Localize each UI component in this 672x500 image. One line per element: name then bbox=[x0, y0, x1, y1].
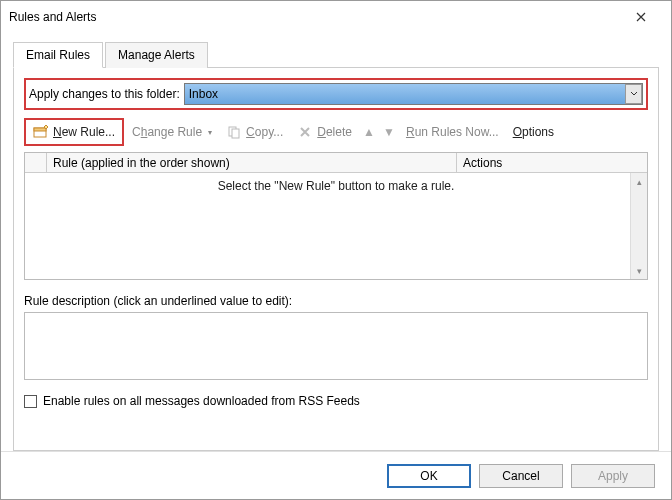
folder-dropdown-value: Inbox bbox=[189, 87, 218, 101]
tabstrip: Email Rules Manage Alerts bbox=[13, 41, 659, 68]
copy-icon bbox=[226, 124, 242, 140]
delete-button: Delete bbox=[291, 121, 358, 143]
rss-checkbox[interactable] bbox=[24, 395, 37, 408]
svg-rect-3 bbox=[232, 129, 239, 138]
rules-list-header: Rule (applied in the order shown) Action… bbox=[25, 153, 647, 173]
scroll-down-icon: ▾ bbox=[631, 262, 647, 279]
rule-description-box[interactable] bbox=[24, 312, 648, 380]
options-button[interactable]: Options bbox=[507, 122, 560, 142]
rss-checkbox-label: Enable rules on all messages downloaded … bbox=[43, 394, 360, 408]
tab-panel-email-rules: Apply changes to this folder: Inbox New … bbox=[13, 68, 659, 451]
scroll-up-icon: ▴ bbox=[631, 173, 647, 190]
tab-manage-alerts[interactable]: Manage Alerts bbox=[105, 42, 208, 68]
ok-button[interactable]: OK bbox=[387, 464, 471, 488]
rules-list-body: Select the "New Rule" button to make a r… bbox=[25, 173, 647, 279]
tab-email-rules[interactable]: Email Rules bbox=[13, 42, 103, 68]
toolbar: New Rule... Change Rule▾ Copy... bbox=[24, 118, 648, 146]
rules-and-alerts-dialog: Rules and Alerts Email Rules Manage Aler… bbox=[0, 0, 672, 500]
move-down-button: ▼ bbox=[380, 125, 398, 139]
copy-button: Copy... bbox=[220, 121, 289, 143]
new-rule-highlight: New Rule... bbox=[24, 118, 124, 146]
new-rule-button[interactable]: New Rule... bbox=[27, 121, 121, 143]
dialog-content: Email Rules Manage Alerts Apply changes … bbox=[1, 33, 671, 451]
rule-description-label: Rule description (click an underlined va… bbox=[24, 294, 648, 308]
run-rules-now-button: Run Rules Now... bbox=[400, 122, 505, 142]
chevron-down-icon: ▾ bbox=[208, 128, 212, 137]
close-button[interactable] bbox=[619, 2, 663, 32]
dialog-footer: OK Cancel Apply bbox=[1, 451, 671, 499]
apply-button: Apply bbox=[571, 464, 655, 488]
folder-label: Apply changes to this folder: bbox=[29, 87, 180, 101]
titlebar: Rules and Alerts bbox=[1, 1, 671, 33]
folder-selector-row: Apply changes to this folder: Inbox bbox=[24, 78, 648, 110]
folder-dropdown[interactable]: Inbox bbox=[184, 83, 643, 105]
delete-icon bbox=[297, 124, 313, 140]
close-icon bbox=[636, 12, 646, 22]
column-rule[interactable]: Rule (applied in the order shown) bbox=[47, 153, 457, 172]
window-title: Rules and Alerts bbox=[9, 10, 619, 24]
scrollbar[interactable]: ▴ ▾ bbox=[630, 173, 647, 279]
move-up-button: ▲ bbox=[360, 125, 378, 139]
chevron-down-icon bbox=[625, 84, 642, 104]
cancel-button[interactable]: Cancel bbox=[479, 464, 563, 488]
change-rule-button: Change Rule▾ bbox=[126, 122, 218, 142]
rss-checkbox-row: Enable rules on all messages downloaded … bbox=[24, 394, 648, 408]
new-rule-icon bbox=[33, 124, 49, 140]
rules-list: Rule (applied in the order shown) Action… bbox=[24, 152, 648, 280]
empty-list-message: Select the "New Rule" button to make a r… bbox=[218, 179, 455, 193]
new-rule-label-rest: ew Rule... bbox=[62, 125, 115, 139]
svg-rect-1 bbox=[34, 128, 46, 131]
column-actions[interactable]: Actions bbox=[457, 153, 647, 172]
column-checkbox[interactable] bbox=[25, 153, 47, 172]
